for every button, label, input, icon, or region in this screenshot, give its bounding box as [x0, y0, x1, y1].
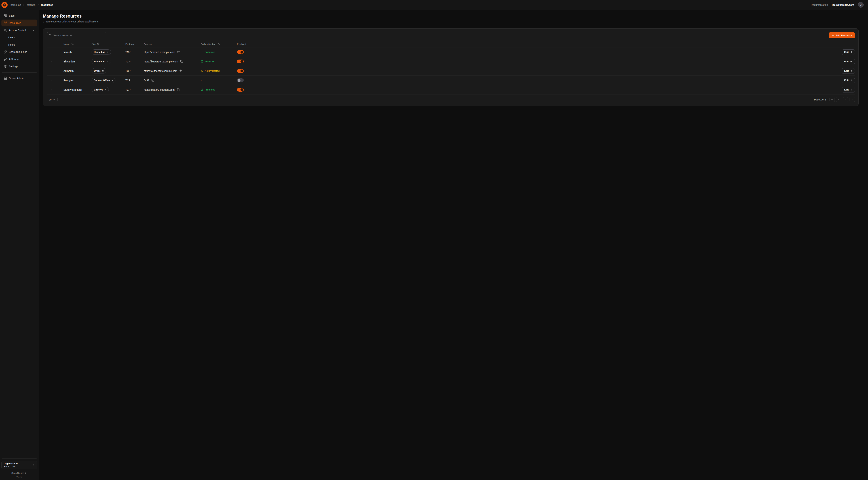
edit-cell: Edit — [262, 78, 855, 83]
topbar: home-lab settings resources Documentatio… — [0, 0, 868, 10]
breadcrumb-settings[interactable]: settings — [27, 3, 35, 6]
row-actions-menu-button[interactable] — [48, 50, 54, 55]
breadcrumb-home-lab[interactable]: home-lab — [10, 3, 21, 6]
protocol: TCP — [125, 51, 144, 54]
edit-button[interactable]: Edit — [842, 78, 855, 83]
edit-label: Edit — [844, 69, 849, 72]
row-actions-menu-button[interactable] — [48, 59, 54, 64]
gear-icon — [4, 65, 7, 68]
organization-selector[interactable]: Organization Home Lab — [1, 461, 37, 469]
sidebar-item-resources[interactable]: Resources — [1, 20, 37, 26]
site-link-button[interactable]: Edge 01 — [92, 87, 109, 92]
edit-button[interactable]: Edit — [842, 68, 855, 74]
sidebar-item-access-control[interactable]: Access Control — [1, 27, 37, 34]
enabled-cell — [237, 69, 262, 73]
sort-icon[interactable] — [217, 43, 220, 45]
site-cell: Home Lab — [92, 50, 125, 55]
copy-button[interactable] — [177, 88, 180, 91]
main-content: Manage Resources Create secure proxies t… — [39, 10, 868, 480]
site-link-button[interactable]: Home Lab — [92, 59, 111, 64]
edit-button[interactable]: Edit — [842, 59, 855, 64]
authentication-label: - — [201, 79, 202, 82]
sidebar: Sites Resources Access Control Users — [0, 10, 39, 480]
key-icon — [4, 58, 7, 61]
edit-button[interactable]: Edit — [842, 50, 855, 55]
row-actions-cell — [47, 87, 63, 92]
site-cell: Home Lab — [92, 59, 125, 64]
enabled-cell — [237, 50, 262, 54]
site-link-button[interactable]: Office — [92, 68, 106, 73]
search-input[interactable] — [53, 34, 104, 37]
organization-texts: Organization Home Lab — [4, 462, 18, 468]
authentication-label: Protected — [205, 51, 215, 53]
sidebar-item-roles[interactable]: Roles — [1, 41, 37, 48]
copy-button[interactable] — [180, 60, 183, 63]
sidebar-item-users[interactable]: Users — [1, 34, 37, 41]
copy-button[interactable] — [151, 79, 155, 82]
edit-label: Edit — [844, 51, 849, 53]
site-name: Office — [94, 69, 101, 72]
sidebar-item-sites[interactable]: Sites — [1, 12, 37, 19]
copy-icon — [151, 79, 154, 82]
pagination-first-button[interactable] — [830, 97, 835, 102]
arrow-up-right-icon — [106, 51, 109, 53]
documentation-link[interactable]: Documentation — [811, 3, 828, 6]
sidebar-item-label: Sites — [9, 14, 14, 17]
organization-label: Organization — [4, 462, 18, 465]
row-actions-menu-button[interactable] — [48, 78, 54, 83]
pagination: Page 1 of 1 — [814, 97, 855, 102]
sidebar-item-shareable-links[interactable]: Shareable Links — [1, 49, 37, 55]
shield-check-icon — [201, 88, 204, 91]
sidebar-item-api-keys[interactable]: API Keys — [1, 56, 37, 63]
sidebar-item-settings[interactable]: Settings — [1, 63, 37, 70]
pagination-next-button[interactable] — [843, 97, 848, 102]
table-row: Postgres Second Office TCP 5432 — [47, 76, 855, 85]
enabled-toggle[interactable] — [237, 69, 244, 73]
page-size-select[interactable]: 20 — [47, 97, 58, 102]
add-resource-button[interactable]: Add Resource — [829, 32, 855, 38]
resource-name: Immich — [63, 51, 92, 54]
enabled-cell — [237, 60, 262, 63]
body-row: Sites Resources Access Control Users — [0, 10, 868, 480]
enabled-toggle[interactable] — [237, 79, 244, 82]
breadcrumb-separator-icon — [37, 4, 39, 6]
enabled-toggle[interactable] — [237, 60, 244, 63]
user-avatar[interactable]: J — [858, 2, 864, 8]
copy-button[interactable] — [177, 50, 180, 54]
site-link-button[interactable]: Home Lab — [92, 50, 111, 55]
site-link-button[interactable]: Second Office — [92, 78, 116, 83]
edit-button[interactable]: Edit — [842, 87, 855, 92]
row-actions-menu-button[interactable] — [48, 69, 54, 73]
chevrons-left-icon — [831, 98, 833, 101]
enabled-toggle[interactable] — [237, 50, 244, 54]
chevron-down-icon — [53, 98, 55, 101]
sort-icon[interactable] — [71, 43, 74, 45]
sidebar-item-server-admin[interactable]: Server Admin — [1, 75, 37, 82]
access-value: 5432 — [144, 79, 149, 82]
column-label: Protocol — [125, 43, 134, 46]
enabled-toggle[interactable] — [237, 88, 244, 92]
sidebar-item-label: Server Admin — [9, 77, 24, 80]
row-actions-menu-button[interactable] — [48, 87, 54, 92]
pagination-previous-button[interactable] — [836, 97, 841, 102]
edit-label: Edit — [844, 60, 849, 63]
authentication-status: Not Protected — [201, 69, 237, 72]
ellipsis-icon — [50, 69, 53, 72]
user-email: joe@example.com — [832, 3, 854, 6]
open-source-link[interactable]: Open Source — [1, 472, 37, 474]
open-source-label: Open Source — [11, 472, 24, 474]
copy-button[interactable] — [179, 69, 183, 72]
app-logo[interactable] — [1, 2, 8, 8]
users-icon — [4, 29, 7, 32]
site-name: Home Lab — [94, 51, 105, 53]
pagination-last-button[interactable] — [849, 97, 855, 102]
arrow-right-icon — [850, 70, 852, 72]
sort-icon[interactable] — [97, 43, 99, 45]
chevron-left-icon — [838, 98, 840, 101]
chevron-right-icon — [844, 98, 847, 101]
table-row: Battery Manager Edge 01 TCP https://batt… — [47, 85, 855, 94]
plus-icon — [832, 34, 834, 37]
sidebar-item-label: Settings — [9, 65, 18, 68]
edit-label: Edit — [844, 79, 849, 82]
protocol: TCP — [125, 79, 144, 82]
